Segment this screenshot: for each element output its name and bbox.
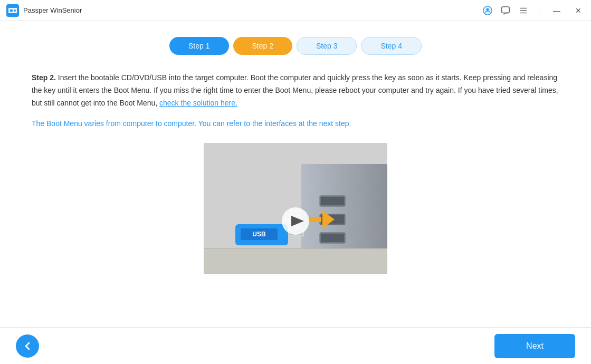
usb-scene-image: USB [204,143,387,274]
step-description: Step 2. Insert the bootable CD/DVD/USB i… [32,72,559,109]
solution-link[interactable]: check the solution here. [159,99,237,107]
boot-menu-note: The Boot Menu varies from computer to co… [32,118,559,130]
separator [539,5,539,16]
svg-rect-2 [10,9,13,12]
bottom-bar: Next [0,327,591,364]
step2-button[interactable]: Step 2 [233,37,292,55]
app-logo-icon [6,4,19,17]
back-arrow-icon [22,341,33,351]
svg-rect-6 [502,6,509,13]
step1-button[interactable]: Step 1 [169,37,228,55]
next-button[interactable]: Next [494,334,575,358]
app-title: Passper WinSenior [23,6,483,14]
minimize-button[interactable]: — [550,5,564,16]
title-bar-controls: — ✕ [483,5,585,16]
svg-rect-14 [321,197,344,205]
svg-point-3 [14,9,16,12]
svg-rect-19 [204,248,387,274]
step3-button[interactable]: Step 3 [297,37,357,55]
step-description-text: Insert the bootable CD/DVD/USB into the … [32,73,558,107]
svg-point-5 [487,8,489,11]
title-bar: Passper WinSenior — [0,0,591,21]
chat-icon[interactable] [501,6,510,15]
user-icon[interactable] [483,6,492,15]
svg-rect-18 [321,234,344,242]
step4-button[interactable]: Step 4 [361,37,421,55]
back-button[interactable] [16,334,39,358]
menu-icon[interactable] [519,6,528,15]
steps-bar: Step 1 Step 2 Step 3 Step 4 [32,37,559,55]
main-content: Step 1 Step 2 Step 3 Step 4 Step 2. Inse… [0,21,591,327]
video-container: USB [32,143,559,274]
video-thumbnail[interactable]: USB [204,143,387,274]
step-label: Step 2. [32,73,56,82]
svg-text:USB: USB [252,231,266,238]
close-button[interactable]: ✕ [572,5,585,16]
